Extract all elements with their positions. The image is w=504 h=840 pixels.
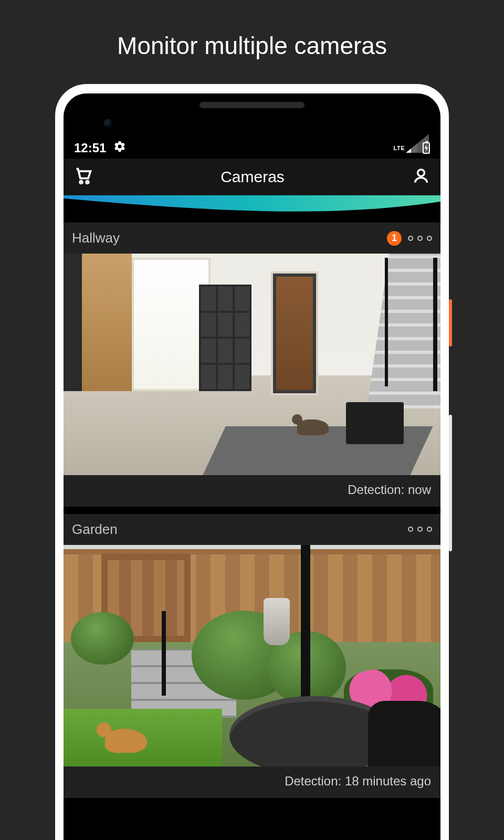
more-options-icon[interactable] bbox=[408, 527, 432, 532]
detection-status: Detection: now bbox=[64, 475, 440, 507]
camera-card-header: Garden bbox=[64, 514, 440, 545]
camera-name: Hallway bbox=[72, 230, 120, 246]
phone-front-camera bbox=[103, 119, 113, 128]
svg-marker-0 bbox=[425, 145, 428, 152]
cart-icon[interactable] bbox=[74, 166, 93, 187]
camera-name: Garden bbox=[72, 521, 118, 538]
camera-feed-garden[interactable] bbox=[64, 545, 440, 766]
phone-earpiece bbox=[200, 102, 304, 108]
camera-card-hallway[interactable]: Hallway 1 Detection: now bbox=[64, 223, 440, 507]
status-time: 12:51 bbox=[74, 141, 106, 155]
svg-point-1 bbox=[80, 181, 82, 184]
gradient-divider bbox=[64, 195, 440, 214]
app-header: Cameras bbox=[64, 159, 440, 195]
gear-icon[interactable] bbox=[113, 140, 126, 156]
signal-icon bbox=[406, 143, 417, 153]
battery-icon bbox=[423, 142, 430, 154]
profile-icon[interactable] bbox=[412, 167, 430, 187]
camera-card-garden[interactable]: Garden bbox=[64, 514, 440, 798]
power-button-accent bbox=[449, 299, 452, 346]
status-bar: 12:51 LTE bbox=[64, 138, 440, 159]
page-title: Cameras bbox=[220, 168, 285, 186]
camera-card-header: Hallway 1 bbox=[64, 223, 440, 254]
svg-point-3 bbox=[418, 170, 425, 176]
more-options-icon[interactable] bbox=[408, 236, 432, 241]
volume-button-accent bbox=[449, 415, 452, 551]
network-label: LTE bbox=[394, 145, 405, 151]
promo-title: Monitor multiple cameras bbox=[0, 0, 504, 86]
camera-list[interactable]: Hallway 1 Detection: now bbox=[64, 215, 440, 840]
camera-feed-hallway[interactable] bbox=[64, 254, 440, 475]
detection-status: Detection: 18 minutes ago bbox=[64, 766, 440, 798]
alert-badge[interactable]: 1 bbox=[387, 231, 402, 246]
svg-point-2 bbox=[86, 181, 89, 184]
phone-frame: 12:51 LTE Cameras bbox=[55, 84, 449, 840]
phone-screen: 12:51 LTE Cameras bbox=[64, 93, 440, 840]
